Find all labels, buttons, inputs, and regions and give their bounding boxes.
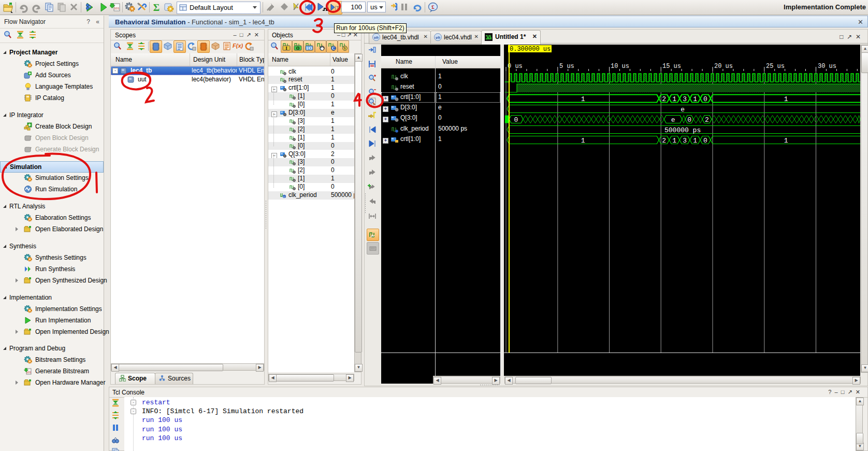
svg-text:5 us: 5 us [559,63,574,70]
svg-text:0: 0 [703,95,707,103]
svg-text:500000 ps: 500000 ps [664,126,701,134]
svg-text:C: C [332,46,335,51]
svg-text:30 us: 30 us [818,63,836,70]
svg-text:e: e [681,106,685,114]
svg-text:I/O: I/O [306,46,312,51]
svg-text:15 us: 15 us [662,63,681,70]
svg-text:e: e [671,116,675,124]
svg-text:3: 3 [683,95,687,103]
svg-text:0: 0 [703,137,707,145]
svg-text:3: 3 [683,137,687,145]
svg-text:vh: vh [374,35,379,40]
svg-text:0: 0 [514,116,518,124]
svg-text:1: 1 [693,137,697,145]
svg-text:vh: vh [436,35,440,40]
svg-text:2: 2 [662,137,666,145]
svg-text:0 us: 0 us [508,63,523,70]
svg-text:I: I [285,46,287,51]
svg-text:20 us: 20 us [714,63,733,70]
svg-text:0.300000 us: 0.300000 us [510,46,551,53]
svg-text:Σ: Σ [153,2,160,13]
svg-text:1: 1 [693,95,697,103]
svg-text:101: 101 [114,7,120,10]
svg-text:2: 2 [662,95,666,103]
svg-text:10 us: 10 us [611,63,629,70]
svg-text:◆: ◆ [320,46,324,51]
svg-text:1: 1 [784,137,788,145]
svg-text:1: 1 [784,95,788,103]
svg-text:£: £ [431,4,435,10]
svg-text:25 us: 25 us [766,63,785,70]
svg-text:C: C [283,195,286,199]
svg-text:1: 1 [672,95,676,103]
svg-text:1: 1 [672,137,676,145]
svg-text:1: 1 [581,95,585,103]
svg-text:(T): (T) [335,5,341,10]
svg-text:2: 2 [705,116,709,124]
svg-text:O: O [296,46,299,51]
svg-text:0: 0 [687,116,691,124]
svg-text:V: V [343,46,346,51]
svg-text:1: 1 [581,137,585,145]
